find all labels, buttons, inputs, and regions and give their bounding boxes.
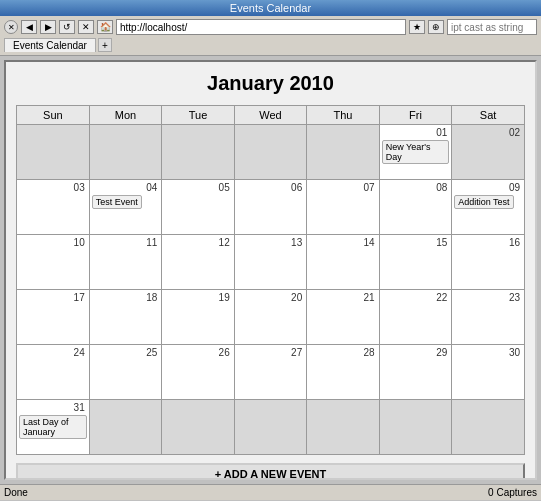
calendar-week-row: 31Last Day of January	[17, 400, 525, 455]
day-number: 20	[237, 292, 304, 303]
calendar-cell	[452, 400, 525, 455]
calendar-cell: 27	[234, 345, 306, 400]
calendar-cell	[234, 125, 306, 180]
home-button[interactable]: 🏠	[97, 20, 113, 34]
day-number: 06	[237, 182, 304, 193]
calendar-cell	[379, 400, 452, 455]
calendar-week-row: 24252627282930	[17, 345, 525, 400]
calendar-week-row: 17181920212223	[17, 290, 525, 345]
calendar-cell: 03	[17, 180, 90, 235]
window-close-btn[interactable]: ✕	[4, 20, 18, 34]
calendar-cell	[307, 400, 379, 455]
calendar-cell: 30	[452, 345, 525, 400]
add-event-button[interactable]: + ADD A NEW EVENT	[16, 463, 525, 480]
reload-button[interactable]: ↺	[59, 20, 75, 34]
calendar-cell	[89, 400, 162, 455]
bookmark-button[interactable]: ★	[409, 20, 425, 34]
event-tag[interactable]: New Year's Day	[382, 140, 450, 164]
day-number: 29	[382, 347, 450, 358]
calendar-cell: 06	[234, 180, 306, 235]
calendar-day-header: Tue	[162, 106, 234, 125]
new-tab-button[interactable]: +	[98, 38, 112, 52]
calendar-cell: 11	[89, 235, 162, 290]
calendar-day-header: Sun	[17, 106, 90, 125]
calendar-cell	[89, 125, 162, 180]
status-left: Done	[4, 487, 28, 498]
calendar-cell: 01New Year's Day	[379, 125, 452, 180]
day-number: 28	[309, 347, 376, 358]
calendar-cell	[234, 400, 306, 455]
day-number: 18	[92, 292, 160, 303]
day-number: 26	[164, 347, 231, 358]
browser-toolbar: ✕ ◀ ▶ ↺ ✕ 🏠 ★ ⊕	[4, 19, 537, 35]
calendar-cell	[162, 400, 234, 455]
day-number: 17	[19, 292, 87, 303]
event-tag[interactable]: Addition Test	[454, 195, 513, 209]
address-bar[interactable]	[116, 19, 406, 35]
day-number: 05	[164, 182, 231, 193]
calendar-cell: 05	[162, 180, 234, 235]
browser-chrome: ✕ ◀ ▶ ↺ ✕ 🏠 ★ ⊕ Events Calendar +	[0, 16, 541, 56]
calendar-cell: 25	[89, 345, 162, 400]
day-number: 08	[382, 182, 450, 193]
day-number: 19	[164, 292, 231, 303]
day-number: 27	[237, 347, 304, 358]
tab-events-calendar[interactable]: Events Calendar	[4, 38, 96, 52]
day-number: 07	[309, 182, 376, 193]
calendar-cell: 09Addition Test	[452, 180, 525, 235]
content-area: January 2010 SunMonTueWedThuFriSat 01New…	[4, 60, 537, 480]
title-bar: Events Calendar	[0, 0, 541, 16]
calendar-cell: 21	[307, 290, 379, 345]
day-number: 10	[19, 237, 87, 248]
day-number: 21	[309, 292, 376, 303]
calendar-cell: 16	[452, 235, 525, 290]
back-button[interactable]: ◀	[21, 20, 37, 34]
day-number: 11	[92, 237, 160, 248]
calendar-day-header: Wed	[234, 106, 306, 125]
search-input[interactable]	[447, 19, 537, 35]
day-number: 24	[19, 347, 87, 358]
calendar-week-row: 0304Test Event0506070809Addition Test	[17, 180, 525, 235]
calendar-cell: 15	[379, 235, 452, 290]
event-tag[interactable]: Last Day of January	[19, 415, 87, 439]
calendar-cell: 10	[17, 235, 90, 290]
tab-bar: Events Calendar +	[4, 38, 537, 52]
calendar-cell: 28	[307, 345, 379, 400]
calendar-cell: 17	[17, 290, 90, 345]
day-number: 12	[164, 237, 231, 248]
day-number: 25	[92, 347, 160, 358]
calendar-cell: 24	[17, 345, 90, 400]
calendar-cell: 07	[307, 180, 379, 235]
calendar-cell: 04Test Event	[89, 180, 162, 235]
calendar-day-header: Sat	[452, 106, 525, 125]
rss-button[interactable]: ⊕	[428, 20, 444, 34]
calendar-day-header: Mon	[89, 106, 162, 125]
status-right: 0 Captures	[488, 487, 537, 498]
forward-button[interactable]: ▶	[40, 20, 56, 34]
calendar-cell: 02	[452, 125, 525, 180]
day-number: 03	[19, 182, 87, 193]
day-number: 02	[454, 127, 522, 138]
calendar-cell: 26	[162, 345, 234, 400]
calendar-day-header: Fri	[379, 106, 452, 125]
day-number: 16	[454, 237, 522, 248]
calendar-day-header: Thu	[307, 106, 379, 125]
event-tag[interactable]: Test Event	[92, 195, 142, 209]
stop-button[interactable]: ✕	[78, 20, 94, 34]
day-number: 13	[237, 237, 304, 248]
bottom-buttons: + ADD A NEW EVENT LOG OUT	[16, 463, 525, 480]
day-number: 14	[309, 237, 376, 248]
calendar-title: January 2010	[16, 72, 525, 95]
day-number: 22	[382, 292, 450, 303]
calendar-cell: 19	[162, 290, 234, 345]
calendar-cell: 14	[307, 235, 379, 290]
calendar-cell: 08	[379, 180, 452, 235]
calendar-cell: 13	[234, 235, 306, 290]
day-number: 01	[382, 127, 450, 138]
calendar-week-row: 10111213141516	[17, 235, 525, 290]
day-number: 04	[92, 182, 160, 193]
calendar-week-row: 01New Year's Day02	[17, 125, 525, 180]
day-number: 30	[454, 347, 522, 358]
calendar-body: 01New Year's Day020304Test Event05060708…	[17, 125, 525, 455]
day-number: 15	[382, 237, 450, 248]
